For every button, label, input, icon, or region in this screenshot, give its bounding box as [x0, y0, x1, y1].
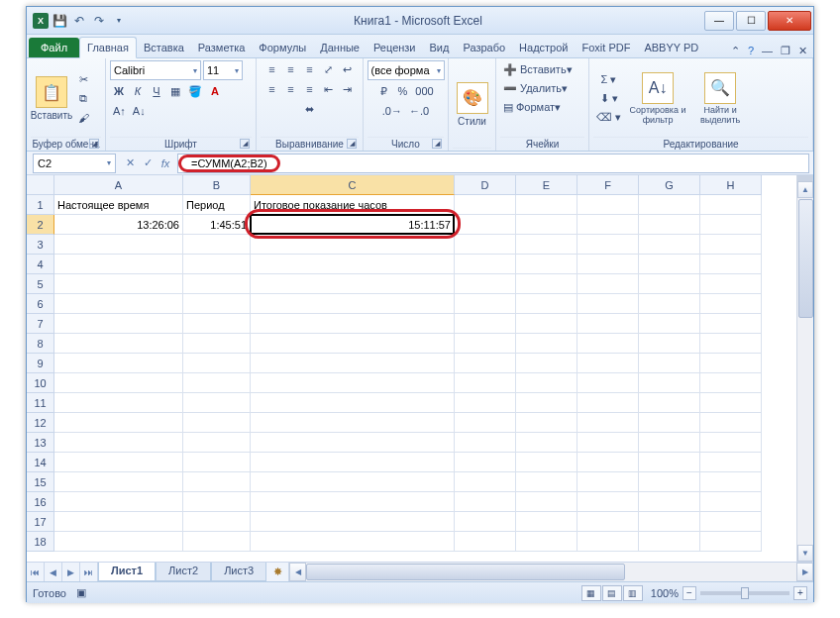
col-header-C[interactable]: C [251, 175, 455, 195]
col-header-H[interactable]: H [700, 175, 762, 195]
cell-C2[interactable]: 15:11:57 [251, 215, 455, 235]
insert-cells-button[interactable]: ➕ Вставить ▾ [500, 60, 584, 78]
cell-D15[interactable] [455, 472, 516, 492]
cell-D13[interactable] [455, 433, 516, 453]
cell-C9[interactable] [251, 354, 455, 373]
sheet-nav-prev-icon[interactable]: ◀ [45, 563, 62, 581]
name-box[interactable]: C2▾ [33, 154, 116, 173]
align-left-icon[interactable]: ≡ [263, 80, 281, 98]
cell-H11[interactable] [700, 393, 762, 413]
cell-F17[interactable] [578, 512, 639, 532]
cell-F3[interactable] [578, 235, 639, 255]
cell-D17[interactable] [455, 512, 516, 532]
cell-A4[interactable] [54, 255, 183, 274]
row-header-7[interactable]: 7 [27, 314, 54, 334]
cell-C13[interactable] [251, 433, 455, 453]
cell-H12[interactable] [700, 413, 762, 433]
paste-button[interactable]: 📋 Вставить [31, 76, 72, 121]
cell-E1[interactable] [516, 195, 578, 215]
cell-E13[interactable] [516, 433, 578, 453]
row-header-1[interactable]: 1 [27, 195, 54, 215]
row-header-3[interactable]: 3 [27, 235, 54, 255]
cell-B1[interactable]: Период [183, 195, 251, 215]
sheet-nav-last-icon[interactable]: ⏭ [80, 563, 98, 581]
col-header-F[interactable]: F [578, 175, 639, 195]
percent-icon[interactable]: % [393, 82, 411, 100]
view-pagebreak-icon[interactable]: ▥ [623, 585, 643, 601]
cell-C16[interactable] [251, 492, 455, 512]
cell-B9[interactable] [183, 354, 251, 373]
align-top-icon[interactable]: ≡ [263, 60, 281, 78]
find-select-button[interactable]: 🔍 Найти и выделить [691, 72, 749, 126]
cell-A12[interactable] [54, 413, 183, 433]
cell-A14[interactable] [54, 453, 183, 472]
file-tab[interactable]: Файл [29, 38, 79, 57]
cell-B15[interactable] [183, 472, 251, 492]
cell-D3[interactable] [455, 235, 516, 255]
cell-A7[interactable] [54, 314, 183, 334]
cell-C10[interactable] [251, 373, 455, 393]
font-color-button[interactable]: A [206, 82, 224, 100]
cell-D6[interactable] [455, 294, 516, 314]
cell-H6[interactable] [700, 294, 762, 314]
cell-D7[interactable] [455, 314, 516, 334]
styles-button[interactable]: 🎨 Стили [453, 82, 491, 127]
cell-B10[interactable] [183, 373, 251, 393]
undo-icon[interactable]: ↶ [70, 12, 88, 30]
zoom-slider[interactable] [700, 591, 789, 595]
tab-данные[interactable]: Данные [313, 38, 367, 57]
cell-G6[interactable] [639, 294, 700, 314]
cell-H17[interactable] [700, 512, 762, 532]
help-icon[interactable]: ? [748, 45, 754, 57]
cell-F10[interactable] [578, 373, 639, 393]
cell-H4[interactable] [700, 255, 762, 274]
cell-B6[interactable] [183, 294, 251, 314]
decrease-indent-icon[interactable]: ⇤ [320, 80, 338, 98]
row-header-12[interactable]: 12 [27, 413, 54, 433]
increase-indent-icon[interactable]: ⇥ [339, 80, 357, 98]
cell-G13[interactable] [639, 433, 700, 453]
cell-E11[interactable] [516, 393, 578, 413]
zoom-in-button[interactable]: + [793, 586, 807, 600]
cell-H7[interactable] [700, 314, 762, 334]
cell-F16[interactable] [578, 492, 639, 512]
cell-E5[interactable] [516, 274, 578, 294]
increase-decimal-icon[interactable]: .0→ [379, 102, 405, 120]
font-name-combo[interactable]: Calibri▾ [110, 60, 201, 80]
cell-E7[interactable] [516, 314, 578, 334]
cell-A5[interactable] [54, 274, 183, 294]
cell-F13[interactable] [578, 433, 639, 453]
cell-G9[interactable] [639, 354, 700, 373]
cell-A3[interactable] [54, 235, 183, 255]
delete-cells-button[interactable]: ➖ Удалить ▾ [500, 79, 584, 97]
redo-icon[interactable]: ↷ [90, 12, 108, 30]
cell-C8[interactable] [251, 334, 455, 354]
cell-D18[interactable] [455, 532, 516, 552]
cell-B4[interactable] [183, 255, 251, 274]
clipboard-launcher-icon[interactable]: ◢ [89, 139, 99, 149]
view-layout-icon[interactable]: ▤ [602, 585, 622, 601]
cut-icon[interactable]: ✂ [74, 71, 92, 89]
cell-E3[interactable] [516, 235, 578, 255]
view-normal-icon[interactable]: ▦ [581, 585, 601, 601]
align-center-icon[interactable]: ≡ [282, 80, 300, 98]
col-header-B[interactable]: B [183, 175, 251, 195]
sheet-nav-next-icon[interactable]: ▶ [62, 563, 80, 581]
cell-C7[interactable] [251, 314, 455, 334]
cell-G15[interactable] [639, 472, 700, 492]
cell-H5[interactable] [700, 274, 762, 294]
currency-icon[interactable]: ₽ [374, 82, 392, 100]
macro-record-icon[interactable]: ▣ [76, 586, 86, 599]
fill-color-button[interactable]: 🪣 [185, 82, 205, 100]
row-header-10[interactable]: 10 [27, 373, 54, 393]
tab-вид[interactable]: Вид [423, 38, 457, 57]
cell-E14[interactable] [516, 453, 578, 472]
cell-A2[interactable]: 13:26:06 [54, 215, 183, 235]
cell-F8[interactable] [578, 334, 639, 354]
cell-C18[interactable] [251, 532, 455, 552]
tab-abbyy pd[interactable]: ABBYY PD [637, 38, 705, 57]
sort-filter-button[interactable]: A↓ Сортировка и фильтр [626, 72, 689, 126]
cell-A18[interactable] [54, 532, 183, 552]
cell-F2[interactable] [578, 215, 639, 235]
row-header-13[interactable]: 13 [27, 433, 54, 453]
